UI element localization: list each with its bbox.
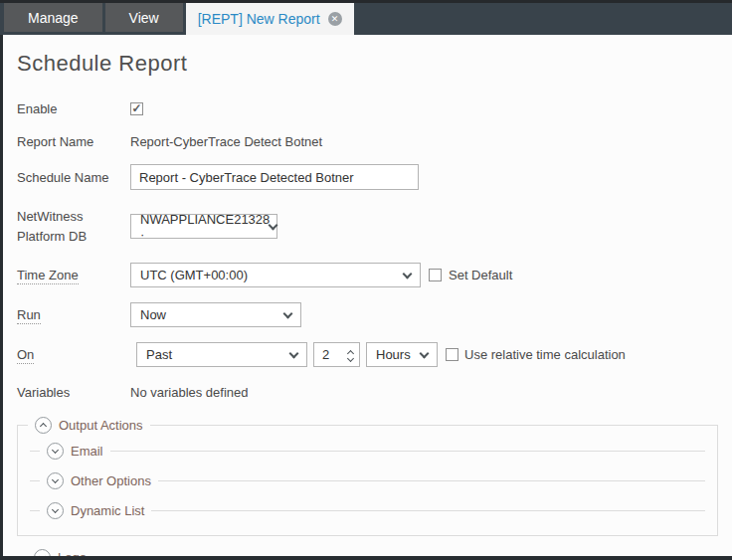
on-count-value: 2 xyxy=(322,347,329,362)
on-label: On xyxy=(17,347,130,362)
output-actions-section: Output Actions Email Other Options Dynam… xyxy=(17,417,718,536)
db-label: NetWitness Platform DB xyxy=(17,207,130,246)
run-select[interactable]: Now xyxy=(130,302,301,327)
run-row: Run Now xyxy=(17,302,718,327)
tab-bar: Manage View [REPT] New Report ✕ xyxy=(0,0,732,35)
enable-row: Enable ✓ xyxy=(17,98,718,118)
dynamic-list-section: Dynamic List xyxy=(30,502,705,519)
tab-new-report-label: [REPT] New Report xyxy=(198,11,320,27)
timezone-select[interactable]: UTC (GMT+00:00) xyxy=(130,263,421,287)
chevron-down-icon xyxy=(283,308,293,318)
relative-time-checkbox[interactable] xyxy=(446,348,458,361)
output-actions-header[interactable]: Output Actions xyxy=(28,417,150,434)
tab-new-report[interactable]: [REPT] New Report ✕ xyxy=(186,3,354,35)
db-select[interactable]: NWAPPLIANCE21328 · xyxy=(130,214,277,239)
tab-view-label: View xyxy=(129,10,159,26)
report-name-row: Report Name Report-CyberTrace Detect Bot… xyxy=(17,131,718,151)
expand-icon[interactable] xyxy=(47,502,64,519)
enable-checkbox[interactable]: ✓ xyxy=(130,102,143,115)
on-count-spinner[interactable]: 2 xyxy=(313,342,360,367)
schedule-name-row: Schedule Name xyxy=(17,164,718,190)
chevron-down-icon xyxy=(52,476,59,483)
on-unit-select[interactable]: Hours xyxy=(366,342,438,367)
chevron-down-icon xyxy=(52,447,59,454)
db-select-value: NWAPPLIANCE21328 · xyxy=(140,212,270,242)
tab-view[interactable]: View xyxy=(105,3,183,32)
db-row: NetWitness Platform DB NWAPPLIANCE21328 … xyxy=(17,207,718,246)
chevron-down-icon xyxy=(269,220,278,230)
enable-label: Enable xyxy=(17,101,130,116)
dynamic-list-label: Dynamic List xyxy=(71,503,144,518)
chevron-down-icon xyxy=(52,506,59,513)
collapse-icon[interactable] xyxy=(35,417,52,434)
page-title: Schedule Report xyxy=(17,51,732,77)
relative-time-label: Use relative time calculation xyxy=(464,347,626,362)
report-name-label: Report Name xyxy=(17,134,130,149)
on-period-value: Past xyxy=(146,347,172,362)
close-icon[interactable]: ✕ xyxy=(328,12,342,26)
email-header[interactable]: Email xyxy=(40,443,110,460)
bottom-border xyxy=(0,556,732,560)
email-label: Email xyxy=(71,444,103,459)
app-window: Manage View [REPT] New Report ✕ Schedule… xyxy=(0,0,732,560)
variables-value: No variables defined xyxy=(130,385,249,400)
timezone-select-value: UTC (GMT+00:00) xyxy=(140,268,248,282)
schedule-name-label: Schedule Name xyxy=(17,170,130,185)
set-default-checkbox[interactable] xyxy=(429,269,442,281)
chevron-up-icon xyxy=(40,423,47,430)
run-select-value: Now xyxy=(140,307,166,322)
expand-icon[interactable] xyxy=(47,443,64,460)
other-options-header[interactable]: Other Options xyxy=(40,472,158,489)
chevron-down-icon xyxy=(420,348,430,358)
other-options-section: Other Options xyxy=(30,472,705,489)
on-unit-value: Hours xyxy=(376,347,411,362)
chevron-down-icon[interactable] xyxy=(347,355,354,362)
chevron-down-icon xyxy=(403,269,413,279)
expand-icon[interactable] xyxy=(47,472,64,489)
chevron-down-icon xyxy=(289,348,299,358)
variables-row: Variables No variables defined xyxy=(17,382,718,402)
dynamic-list-header[interactable]: Dynamic List xyxy=(40,502,151,519)
run-label: Run xyxy=(17,307,130,322)
spinner-arrows xyxy=(348,348,353,361)
output-actions-label: Output Actions xyxy=(59,418,143,433)
schedule-name-input[interactable] xyxy=(130,164,419,190)
variables-label: Variables xyxy=(17,385,130,400)
other-options-label: Other Options xyxy=(71,473,151,488)
logo-header[interactable]: Logo xyxy=(27,549,93,556)
on-row: On Past 2 Hours Use relative time calcul… xyxy=(17,342,718,367)
timezone-label: Time Zone xyxy=(17,268,130,282)
timezone-row: Time Zone UTC (GMT+00:00) Set Default xyxy=(17,263,718,287)
set-default-label: Set Default xyxy=(449,268,512,282)
email-section: Email xyxy=(30,443,705,460)
expand-icon[interactable] xyxy=(34,549,51,556)
logo-section: Logo xyxy=(17,549,718,556)
schedule-report-panel: Schedule Report Enable ✓ Report Name Rep… xyxy=(0,35,732,556)
checkmark-icon: ✓ xyxy=(131,101,141,115)
on-period-select[interactable]: Past xyxy=(136,342,307,367)
tab-manage[interactable]: Manage xyxy=(4,3,102,32)
tab-manage-label: Manage xyxy=(28,10,79,26)
report-name-value: Report-CyberTrace Detect Botnet xyxy=(130,134,322,149)
